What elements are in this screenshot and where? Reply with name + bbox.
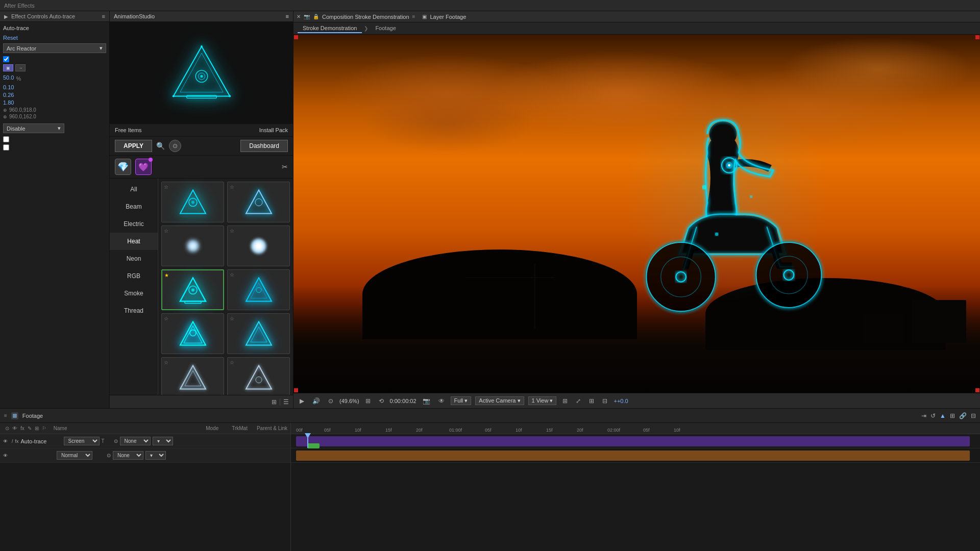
effect-item-9[interactable]: ☆ (161, 357, 224, 395)
svg-point-45 (715, 233, 718, 236)
ruler-mark-7: 10f (516, 428, 522, 433)
value-1[interactable]: 0.10 (3, 84, 106, 90)
category-thread[interactable]: Thread (110, 302, 158, 319)
svg-point-33 (709, 121, 737, 146)
zoom-level[interactable]: (49.6%) (339, 398, 359, 404)
timeline-layer-row-2: 👁 Normal ⊙ None ▾ (0, 448, 290, 463)
tab-footage[interactable]: Footage (370, 24, 401, 33)
percentage-value[interactable]: 50.0 (3, 74, 14, 81)
effect-controls-menu-icon[interactable]: ≡ (102, 13, 105, 19)
category-all[interactable]: All (110, 181, 158, 198)
effect-item-6[interactable]: ☆ (227, 269, 290, 310)
comp-guide-btn[interactable]: ⊟ (600, 396, 609, 406)
value-3[interactable]: 1.80 (3, 99, 106, 106)
effect-star-9[interactable]: ☆ (164, 360, 168, 365)
effect-item-2[interactable]: ☆ (227, 182, 290, 222)
comp-play-btn[interactable]: ▶ (298, 396, 306, 406)
effect-star-10[interactable]: ☆ (230, 360, 234, 365)
tab-stroke-demo[interactable]: Stroke Demonstration (298, 24, 362, 33)
effect-star-6[interactable]: ☆ (230, 272, 234, 278)
effect-star-4[interactable]: ☆ (230, 228, 234, 234)
tl-parent-select-1b[interactable]: ▾ (153, 437, 173, 445)
settings-circle-button[interactable]: ⊙ (169, 140, 181, 152)
comp-cam-snapshot[interactable]: 📷 (421, 396, 432, 406)
comp-resize-btn[interactable]: ⊞ (363, 396, 373, 406)
list-view-button[interactable]: ☰ (283, 398, 289, 406)
comp-eye-btn[interactable]: 👁 (436, 396, 447, 406)
tl-mode-select-2[interactable]: Normal (57, 451, 92, 460)
free-items-link[interactable]: Free Items (115, 127, 142, 133)
comp-grid-btn[interactable]: ⊞ (587, 396, 596, 406)
apply-button[interactable]: APPLY (115, 140, 152, 152)
tl-control-5[interactable]: 🔗 (959, 412, 967, 419)
tl-icon-1: ⊙ (5, 425, 9, 431)
effect-star-3[interactable]: ☆ (164, 228, 168, 234)
tl-control-2[interactable]: ↺ (930, 412, 936, 419)
effect-star-2[interactable]: ☆ (230, 184, 234, 190)
category-neon[interactable]: Neon (110, 250, 158, 267)
install-pack-link[interactable]: Install Pack (259, 127, 288, 133)
checkbox-2[interactable] (3, 136, 9, 142)
tl-parent-select-2[interactable]: None (113, 451, 143, 460)
camera-dropdown[interactable]: Active Camera ▾ (475, 396, 524, 405)
checkbox-3[interactable] (3, 144, 9, 151)
comp-more-btns[interactable]: ⊞ (560, 396, 570, 406)
effect-item-5[interactable]: ★ (161, 269, 224, 310)
effect-star-1[interactable]: ☆ (164, 184, 168, 190)
category-smoke[interactable]: Smoke (110, 285, 158, 302)
anim-studio-menu-icon[interactable]: ≡ (286, 13, 289, 19)
tl-icon-4: ✎ (28, 425, 32, 431)
disable-dropdown[interactable]: Disable ▾ (3, 123, 64, 133)
effect-item-4[interactable]: ☆ (227, 226, 290, 266)
preset-dropdown[interactable]: Arc Reactor ▾ (3, 43, 106, 53)
svg-point-22 (256, 288, 261, 293)
tl-parent-select-1[interactable]: None (120, 437, 151, 445)
timeline-layers: ⊙ 👁 fx ✎ ⊞ ⚐ Name Mode TrkMat Parent & L… (0, 423, 291, 551)
ruler-mark-9: 20f (577, 428, 583, 433)
effect-item-10[interactable]: ☆ (227, 357, 290, 395)
checkbox-1[interactable] (3, 56, 9, 62)
building-2 (863, 314, 904, 343)
tl-layer-eye-2[interactable]: 👁 (3, 453, 8, 458)
effect-star-5[interactable]: ★ (164, 272, 169, 278)
tl-control-3[interactable]: ▲ (940, 412, 946, 419)
dashboard-button[interactable]: Dashboard (240, 140, 288, 152)
category-heat[interactable]: Heat (110, 233, 158, 250)
reset-button[interactable]: Reset (3, 35, 18, 41)
effect-star-8[interactable]: ☆ (230, 316, 234, 321)
tl-control-1[interactable]: ⇥ (921, 412, 926, 419)
value-2[interactable]: 0.26 (3, 92, 106, 98)
category-beam[interactable]: Beam (110, 198, 158, 215)
grid-view-button[interactable]: ⊞ (272, 398, 277, 406)
tl-layer-fx-icon-1[interactable]: fx (15, 439, 19, 444)
tl-mode-select-1[interactable]: Screen (64, 437, 100, 445)
effect-star-7[interactable]: ☆ (164, 316, 168, 321)
tl-control-6[interactable]: ⊟ (971, 412, 976, 419)
wrench-button[interactable]: ✂ (282, 163, 288, 171)
mode-col: Mode (206, 425, 218, 431)
tl-parent-select-2b[interactable]: ▾ (145, 451, 166, 460)
effect-item-8[interactable]: ☆ (227, 313, 290, 354)
comp-audio-btn[interactable]: 🔊 (310, 396, 322, 406)
timeline-playhead[interactable] (307, 434, 308, 448)
comp-preview-btn[interactable]: ⊙ (326, 396, 335, 406)
view-dropdown[interactable]: 1 View ▾ (528, 396, 557, 405)
corner-marker-br (975, 388, 979, 392)
tl-layer-eye-1[interactable]: 👁 (3, 439, 8, 444)
quality-dropdown[interactable]: Full ▾ (451, 396, 472, 405)
comp-menu-icon[interactable]: ≡ (412, 14, 415, 19)
effect-item-7[interactable]: ☆ (161, 313, 224, 354)
effect-item-3[interactable]: ☆ (161, 226, 224, 266)
tab-gem-1[interactable]: 💎 (115, 159, 131, 175)
tab-gem-2[interactable]: 💜 (135, 159, 152, 175)
comp-close-icon[interactable]: ✕ (297, 14, 301, 19)
tl-control-4[interactable]: ⊞ (950, 412, 955, 419)
comp-transform-btn[interactable]: ⟲ (377, 396, 386, 406)
category-electric[interactable]: Electric (110, 215, 158, 233)
category-rgb[interactable]: RGB (110, 267, 158, 285)
effect-item-1[interactable]: ☆ (161, 182, 224, 222)
tl-layer-fx-1[interactable]: / (12, 439, 13, 444)
search-icon-button[interactable]: 🔍 (156, 142, 165, 150)
comp-share-btn[interactable]: ⤢ (574, 396, 583, 406)
footage-color-box (11, 412, 18, 419)
